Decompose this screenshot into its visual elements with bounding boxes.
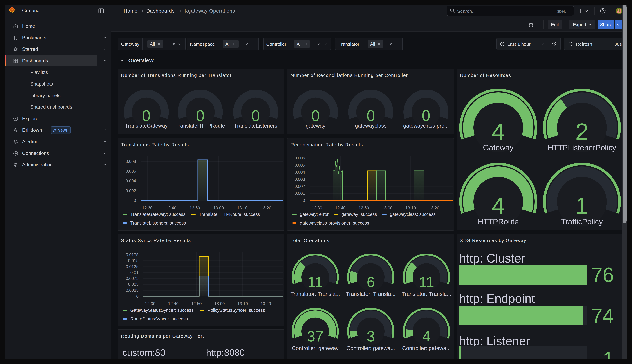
svg-text:0: 0 [251, 107, 260, 124]
svg-text:TranslateGateway: TranslateGateway [125, 123, 168, 128]
svg-text:13:10: 13:10 [237, 302, 248, 306]
svg-text:Translator: Transla...: Translator: Transla... [346, 291, 396, 297]
svg-text:0: 0 [311, 107, 320, 124]
svg-text:gatewayclass: success: gatewayclass: success [390, 212, 436, 217]
svg-text:TranslateGateway: success: TranslateGateway: success [130, 212, 185, 217]
svg-text:0: 0 [367, 107, 375, 124]
svg-text:12:50: 12:50 [191, 302, 202, 306]
svg-text:0.015: 0.015 [128, 258, 139, 263]
svg-text:0.004: 0.004 [126, 179, 136, 183]
svg-text:0.0125: 0.0125 [126, 264, 139, 269]
svg-text:4: 4 [492, 118, 505, 145]
svg-text:0.004: 0.004 [294, 170, 305, 174]
svg-text:Controller: gatewa...: Controller: gatewa... [402, 345, 451, 351]
svg-text:13:20: 13:20 [429, 206, 439, 210]
svg-text:Controller: gateway: Controller: gateway [292, 345, 339, 351]
svg-text:11: 11 [419, 274, 434, 290]
svg-text:13:10: 13:10 [405, 206, 416, 210]
svg-text:13:00: 13:00 [382, 206, 393, 210]
svg-text:76: 76 [591, 264, 614, 286]
svg-text:0.002: 0.002 [294, 184, 305, 189]
svg-text:12:30: 12:30 [312, 206, 322, 210]
svg-text:gateway: gateway [306, 123, 326, 128]
svg-text:1: 1 [575, 192, 588, 219]
svg-text:gatewayclass: gatewayclass [355, 123, 387, 128]
svg-text:13:00: 13:00 [214, 302, 225, 306]
svg-text:Translator: Transla...: Translator: Transla... [402, 291, 451, 297]
svg-text:HTTPListenerPolicy: HTTPListenerPolicy [548, 143, 616, 152]
svg-text:74: 74 [591, 304, 614, 327]
svg-text:gatewayclass-provisioner: succ: gatewayclass-provisioner: success [300, 220, 369, 226]
svg-text:0: 0 [196, 107, 205, 124]
svg-text:12:40: 12:40 [335, 206, 346, 210]
svg-text:2: 2 [575, 118, 588, 145]
svg-text:Controller: gatewa...: Controller: gatewa... [347, 345, 395, 351]
svg-text:gatewayclass-pro...: gatewayclass-pro... [403, 123, 449, 128]
svg-text:11: 11 [307, 274, 323, 290]
svg-text:0: 0 [303, 198, 305, 203]
svg-text:TranslateHTTPRoute: TranslateHTTPRoute [175, 123, 225, 128]
svg-text:0.001: 0.001 [294, 191, 305, 196]
svg-text:12:30: 12:30 [145, 302, 155, 306]
svg-text:0.01: 0.01 [130, 270, 139, 275]
svg-text:0.0175: 0.0175 [126, 252, 139, 257]
svg-text:1: 1 [602, 348, 614, 359]
svg-text:Gateway: Gateway [483, 143, 513, 152]
svg-text:13:20: 13:20 [260, 302, 271, 306]
svg-text:12:40: 12:40 [168, 302, 179, 306]
svg-text:TranslateHTTPRoute: success: TranslateHTTPRoute: success [199, 212, 260, 217]
svg-text:http: Cluster: http: Cluster [459, 251, 525, 265]
svg-text:0.003: 0.003 [294, 177, 305, 182]
svg-text:Translator: Transla...: Translator: Transla... [290, 291, 340, 297]
svg-text:13:00: 13:00 [213, 206, 224, 210]
svg-text:0.006: 0.006 [294, 156, 305, 160]
svg-text:TranslateListeners: success: TranslateListeners: success [130, 220, 186, 226]
svg-text:TranslateListeners: TranslateListeners [234, 123, 277, 128]
svg-text:12:50: 12:50 [359, 206, 369, 210]
svg-text:0: 0 [142, 107, 151, 124]
svg-text:0.005: 0.005 [294, 163, 305, 168]
svg-text:4: 4 [492, 192, 505, 219]
svg-text:13:20: 13:20 [261, 206, 271, 210]
svg-text:PolicyStatusSyncer: success: PolicyStatusSyncer: success [208, 308, 265, 313]
svg-text:6: 6 [367, 274, 375, 290]
svg-text:RouteStatusSyncer: success: RouteStatusSyncer: success [130, 316, 188, 322]
svg-text:0.006: 0.006 [126, 169, 136, 174]
svg-text:TrafficPolicy: TrafficPolicy [561, 218, 603, 226]
svg-text:12:30: 12:30 [142, 206, 153, 210]
svg-text:13:10: 13:10 [237, 206, 248, 210]
svg-text:4: 4 [422, 328, 431, 344]
svg-text:3: 3 [367, 328, 375, 344]
svg-text:0.008: 0.008 [126, 159, 136, 164]
svg-text:http: Endpoint: http: Endpoint [459, 292, 535, 306]
svg-text:37: 37 [307, 328, 324, 344]
svg-text:HTTPRoute: HTTPRoute [478, 218, 519, 226]
svg-text:gateway: error: gateway: error [300, 212, 329, 217]
svg-text:0.0075: 0.0075 [126, 276, 139, 281]
svg-text:0.0025: 0.0025 [126, 288, 139, 293]
svg-text:0: 0 [422, 107, 430, 124]
svg-text:0: 0 [134, 198, 136, 203]
svg-text:0: 0 [136, 294, 139, 298]
svg-text:gateway: success: gateway: success [342, 212, 377, 217]
svg-text:0.002: 0.002 [126, 188, 136, 193]
svg-text:12:40: 12:40 [166, 206, 176, 210]
svg-text:12:50: 12:50 [190, 206, 200, 210]
svg-text:GatewayStatusSyncer: success: GatewayStatusSyncer: success [130, 308, 194, 313]
svg-text:0.005: 0.005 [128, 282, 139, 287]
